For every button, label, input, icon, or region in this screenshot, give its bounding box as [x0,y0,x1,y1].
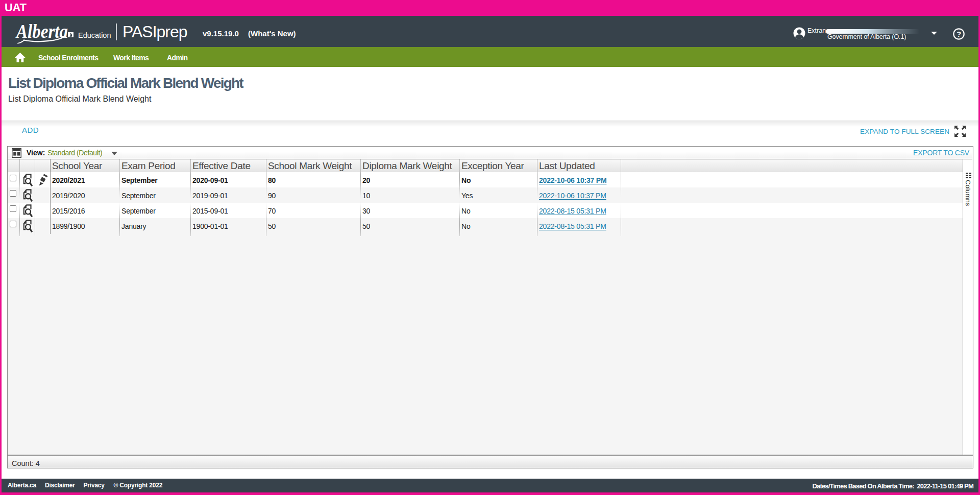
svg-text:?: ? [956,30,961,38]
